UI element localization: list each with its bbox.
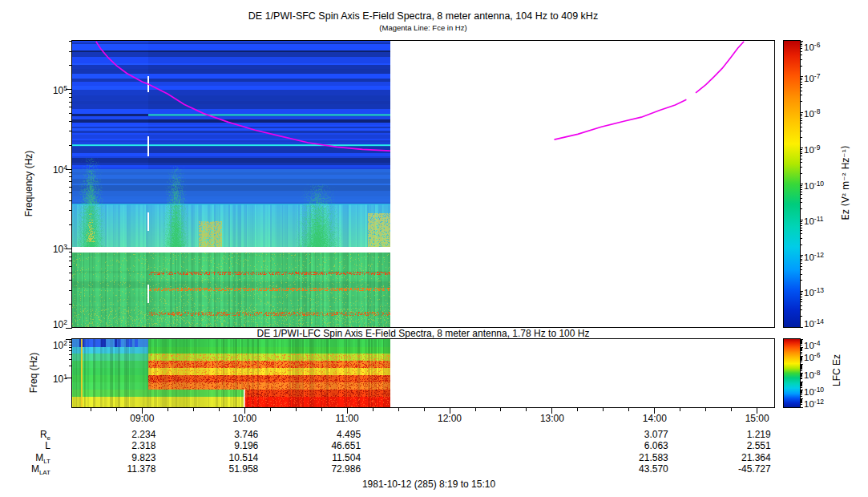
ephemeris-value: 11.504 xyxy=(297,453,361,463)
lfc-colorbar-minor-tick xyxy=(800,398,802,399)
sfc-colorbar-minor-tick xyxy=(800,238,802,239)
x-minor-tick xyxy=(296,408,297,411)
sfc-y-minor-tick xyxy=(69,41,72,42)
sfc-colorbar-minor-tick xyxy=(800,244,802,245)
sfc-colorbar-minor-tick xyxy=(800,123,802,123)
lfc-colorbar-minor-tick xyxy=(800,342,802,343)
lfc-colorbar-minor-tick xyxy=(800,359,802,360)
ephemeris-value: 4.495 xyxy=(297,430,361,440)
x-tick-label: 09:00 xyxy=(123,414,161,424)
x-minor-tick xyxy=(731,408,732,411)
sfc-colorbar-minor-tick xyxy=(800,152,802,152)
sfc-colorbar-minor-tick xyxy=(800,228,802,228)
lfc-y-tick-label: 102 xyxy=(43,338,67,351)
sfc-y-minor-tick xyxy=(69,257,72,257)
sfc-y-tick-label: 102 xyxy=(43,317,67,330)
lfc-colorbar xyxy=(783,338,801,408)
x-tick-label: 10:00 xyxy=(225,414,264,424)
sfc-colorbar-minor-tick xyxy=(800,297,802,297)
sfc-colorbar-minor-tick xyxy=(800,120,802,121)
lfc-colorbar-minor-tick xyxy=(800,354,802,354)
ephemeris-value: 2.551 xyxy=(707,441,771,451)
sfc-colorbar-minor-tick xyxy=(800,48,802,49)
sfc-colorbar-minor-tick xyxy=(800,305,802,306)
x-minor-tick xyxy=(91,408,91,411)
sfc-colorbar-tick-label: 10-14 xyxy=(804,317,838,329)
lfc-colorbar-minor-tick xyxy=(800,350,802,351)
sfc-colorbar-minor-tick xyxy=(800,257,802,257)
sfc-colorbar-minor-tick xyxy=(800,198,802,199)
lfc-colorbar-minor-tick xyxy=(800,360,802,361)
sfc-y-tick-label: 105 xyxy=(43,83,67,96)
figure: DE 1/PWI-SFC Spin Axis E-Field Spectra, … xyxy=(0,0,868,497)
lfc-y-axis-label: Freq (Hz) xyxy=(28,337,39,409)
sfc-colorbar-minor-tick xyxy=(800,259,802,260)
x-tick-label: 13:00 xyxy=(533,414,571,424)
sfc-colorbar-canvas xyxy=(784,41,800,327)
lfc-colorbar-minor-tick xyxy=(800,385,802,386)
x-minor-tick xyxy=(373,408,373,411)
lfc-panel-title: DE 1/PWI-LFC Spin Axis E-Field Spectra, … xyxy=(72,328,774,339)
lfc-colorbar-minor-tick xyxy=(800,402,802,402)
sfc-y-minor-tick xyxy=(69,97,72,98)
lfc-colorbar-minor-tick xyxy=(800,376,802,377)
sfc-y-minor-tick xyxy=(69,210,72,211)
sfc-y-tick-label: 104 xyxy=(43,163,67,176)
lfc-colorbar-minor-tick xyxy=(800,402,802,403)
sfc-y-minor-tick xyxy=(69,200,72,201)
sfc-colorbar-minor-tick xyxy=(800,263,802,264)
sfc-colorbar-minor-tick xyxy=(800,221,802,222)
sfc-colorbar-minor-tick xyxy=(800,208,802,209)
lfc-colorbar-minor-tick xyxy=(800,373,802,374)
sfc-colorbar-minor-tick xyxy=(800,127,802,127)
sfc-colorbar-minor-tick xyxy=(800,294,802,295)
sfc-colorbar-minor-tick xyxy=(800,280,802,281)
sfc-colorbar-minor-tick xyxy=(800,159,802,160)
sfc-colorbar-minor-tick xyxy=(800,91,802,91)
sfc-y-minor-tick xyxy=(69,93,72,94)
sfc-colorbar-major-tick xyxy=(800,147,803,148)
sfc-colorbar-minor-tick xyxy=(800,153,802,154)
sfc-colorbar-major-tick xyxy=(800,184,803,184)
sfc-colorbar-minor-tick xyxy=(800,59,802,60)
sfc-colorbar-minor-tick xyxy=(800,149,802,150)
ephemeris-value: 21.364 xyxy=(707,453,771,463)
lfc-spectrogram-canvas xyxy=(72,339,774,407)
ephemeris-value: 51.958 xyxy=(194,464,258,475)
sfc-colorbar-minor-tick xyxy=(800,316,802,317)
lfc-colorbar-minor-tick xyxy=(800,339,802,340)
sfc-colorbar-minor-tick xyxy=(800,115,802,116)
sfc-colorbar-minor-tick xyxy=(800,194,802,195)
ephemeris-value: 9.196 xyxy=(194,441,258,451)
sfc-y-minor-tick xyxy=(69,273,72,273)
sfc-colorbar-tick-label: 10-12 xyxy=(804,250,838,262)
sfc-y-minor-tick xyxy=(69,280,72,281)
lfc-colorbar-minor-tick xyxy=(800,382,802,382)
sfc-spectrogram-panel xyxy=(71,40,775,328)
sfc-y-minor-tick xyxy=(69,65,72,66)
sfc-y-minor-tick xyxy=(69,187,72,188)
lfc-colorbar-minor-tick xyxy=(800,386,802,386)
sfc-colorbar-tick-label: 10-7 xyxy=(804,71,838,83)
lfc-colorbar-tick-label: 10-6 xyxy=(804,350,838,362)
lfc-colorbar-tick-label: 10-4 xyxy=(804,338,838,350)
sfc-y-minor-tick xyxy=(69,121,72,122)
lfc-colorbar-minor-tick xyxy=(800,345,802,345)
ephemeris-row-label: MLAT xyxy=(10,464,50,478)
lfc-y-minor-tick xyxy=(69,359,72,360)
lfc-colorbar-minor-tick xyxy=(800,356,802,357)
sfc-colorbar-major-tick xyxy=(800,291,803,292)
sfc-colorbar-minor-tick xyxy=(800,167,802,168)
sfc-y-minor-tick xyxy=(69,224,72,225)
sfc-y-minor-tick xyxy=(69,266,72,267)
x-minor-tick xyxy=(270,408,271,411)
sfc-colorbar-tick-label: 10-13 xyxy=(804,285,838,297)
lfc-colorbar-tick-label: 10-8 xyxy=(804,368,838,380)
ephemeris-value: 11.378 xyxy=(91,464,155,475)
sfc-colorbar-minor-tick xyxy=(800,44,802,45)
lfc-colorbar-minor-tick xyxy=(800,387,802,388)
sfc-colorbar-minor-tick xyxy=(800,266,802,267)
x-minor-tick xyxy=(705,408,706,411)
lfc-colorbar-minor-tick xyxy=(800,404,802,405)
sfc-colorbar-minor-tick xyxy=(800,137,802,138)
